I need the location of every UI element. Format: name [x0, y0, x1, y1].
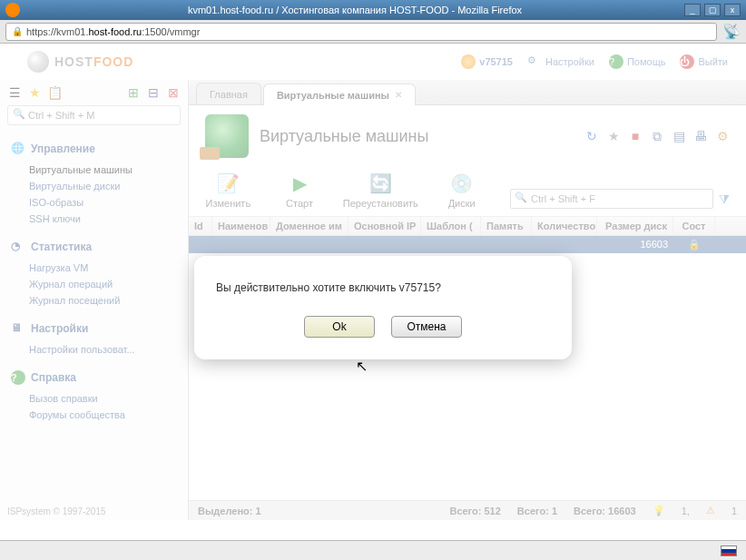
cancel-button[interactable]: Отмена [391, 316, 462, 338]
dialog-message: Вы действительно хотите включить v75715? [216, 281, 550, 294]
language-flag-icon[interactable] [721, 545, 737, 556]
url-prefix: https://kvm01. [26, 26, 88, 37]
url-suffix: :1500/vmmgr [142, 26, 200, 37]
window-maximize[interactable]: ▢ [704, 4, 721, 16]
confirm-dialog: Вы действительно хотите включить v75715?… [194, 256, 572, 359]
url-field[interactable]: 🔒 https://kvm01.host-food.ru:1500/vmmgr [5, 23, 717, 41]
os-taskbar [0, 540, 746, 560]
window-titlebar: kvm01.host-food.ru / Хостинговая компани… [0, 0, 746, 20]
window-title: kvm01.host-food.ru / Хостинговая компани… [25, 5, 684, 15]
feed-icon[interactable]: 📡 [722, 23, 741, 40]
firefox-icon [5, 3, 20, 17]
url-host: host-food.ru [88, 26, 142, 37]
lock-icon: 🔒 [12, 26, 23, 36]
window-close[interactable]: x [724, 4, 741, 16]
ok-button[interactable]: Ok [304, 316, 375, 338]
browser-urlbar: 🔒 https://kvm01.host-food.ru:1500/vmmgr … [0, 20, 746, 44]
window-minimize[interactable]: _ [684, 4, 701, 16]
